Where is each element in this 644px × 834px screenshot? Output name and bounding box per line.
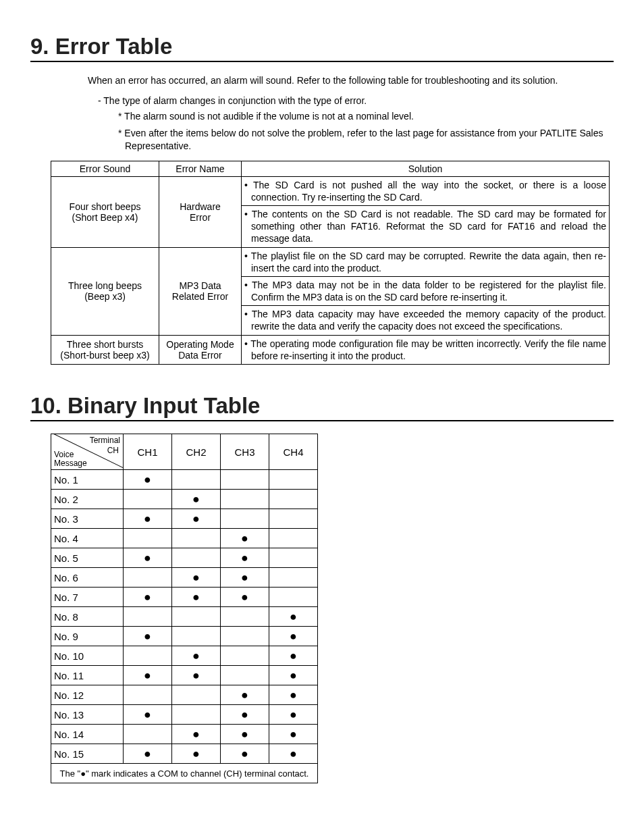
channel-cell: ● <box>221 568 269 588</box>
dot-icon: ● <box>192 727 200 741</box>
solution-item: The playlist file on the SD card may be … <box>242 248 609 276</box>
channel-cell: ● <box>221 529 269 548</box>
table-row: No. 11●●● <box>51 666 318 685</box>
dot-icon: ● <box>144 629 151 643</box>
channel-cell: ● <box>172 666 221 685</box>
channel-cell <box>221 607 269 627</box>
channel-cell: ● <box>124 548 172 568</box>
ch3-header: CH3 <box>221 434 269 470</box>
channel-cell <box>124 685 172 705</box>
channel-cell: ● <box>269 607 318 627</box>
ch4-header: CH4 <box>269 434 318 470</box>
table-row: No. 4● <box>51 529 318 548</box>
error-sound-cell: Four short beeps(Short Beep x4) <box>51 176 159 247</box>
table-row: No. 2● <box>51 490 318 509</box>
channel-cell: ● <box>124 509 172 529</box>
voice-message-label: No. 13 <box>51 705 124 725</box>
channel-cell <box>221 627 269 646</box>
channel-cell <box>269 470 318 490</box>
table-row: No. 9●● <box>51 627 318 646</box>
binary-input-table: Terminal CH Voice Message CH1 CH2 CH3 CH… <box>51 434 318 783</box>
channel-cell: ● <box>221 588 269 607</box>
voice-message-label: No. 14 <box>51 725 124 744</box>
channel-cell <box>172 470 221 490</box>
channel-cell: ● <box>172 744 221 764</box>
solution-cell: The SD Card is not pushed all the way in… <box>242 176 610 247</box>
dot-icon: ● <box>241 688 248 702</box>
channel-cell: ● <box>172 588 221 607</box>
solution-item: The MP3 data may not be in the data fold… <box>242 276 609 305</box>
dot-icon: ● <box>144 747 151 760</box>
voice-message-label: No. 15 <box>51 744 124 764</box>
error-name-cell: MP3 DataRelated Error <box>159 247 242 335</box>
solution-item: The operating mode configuration file ma… <box>242 336 609 364</box>
section-9-intro: When an error has occurred, an alarm wil… <box>88 74 614 87</box>
channel-cell <box>172 627 221 646</box>
channel-cell: ● <box>172 568 221 588</box>
voice-message-label: No. 7 <box>51 588 124 607</box>
table-row: No. 13●●● <box>51 705 318 725</box>
error-sound-cell: Three long beeps(Beep x3) <box>51 247 159 335</box>
table-row: No. 8● <box>51 607 318 627</box>
channel-cell: ● <box>269 705 318 725</box>
voice-message-label: No. 4 <box>51 529 124 548</box>
table-row: Four short beeps(Short Beep x4)HardwareE… <box>51 176 610 247</box>
dot-icon: ● <box>144 669 151 682</box>
dot-icon: ● <box>192 669 200 682</box>
channel-cell: ● <box>124 588 172 607</box>
channel-cell <box>172 685 221 705</box>
channel-cell: ● <box>172 490 221 509</box>
diag-terminal-label: Terminal <box>90 436 120 445</box>
channel-cell: ● <box>124 705 172 725</box>
table-row: No. 10●● <box>51 646 318 666</box>
section-9-note1: - The type of alarm changes in conjuncti… <box>98 95 614 106</box>
channel-cell <box>269 529 318 548</box>
solution-cell: The operating mode configuration file ma… <box>242 335 610 364</box>
dot-icon: ● <box>241 590 248 604</box>
channel-cell: ● <box>269 725 318 744</box>
dot-icon: ● <box>192 649 200 662</box>
channel-cell <box>221 666 269 685</box>
header-error-name: Error Name <box>159 161 242 176</box>
section-9-note2: * The alarm sound is not audible if the … <box>118 110 614 123</box>
channel-cell <box>269 588 318 607</box>
diag-voice-label: Voice <box>54 450 74 459</box>
channel-cell: ● <box>221 685 269 705</box>
dot-icon: ● <box>290 708 297 721</box>
channel-cell <box>221 490 269 509</box>
channel-cell: ● <box>269 666 318 685</box>
dot-icon: ● <box>290 669 297 682</box>
dot-icon: ● <box>192 512 200 525</box>
channel-cell <box>124 646 172 666</box>
table-row: No. 6●● <box>51 568 318 588</box>
error-sound-cell: Three short bursts(Short-burst beep x3) <box>51 335 159 364</box>
table-row: Three long beeps(Beep x3)MP3 DataRelated… <box>51 247 610 335</box>
channel-cell <box>221 509 269 529</box>
channel-cell: ● <box>269 744 318 764</box>
channel-cell <box>221 470 269 490</box>
dot-icon: ● <box>290 610 297 623</box>
dot-icon: ● <box>241 708 248 721</box>
binary-table-footnote: The "●" mark indicates a COM to channel … <box>51 764 318 783</box>
dot-icon: ● <box>192 747 200 760</box>
table-row: No. 1● <box>51 470 318 490</box>
channel-cell <box>124 490 172 509</box>
table-header-row: Terminal CH Voice Message CH1 CH2 CH3 CH… <box>51 434 318 470</box>
channel-cell: ● <box>269 685 318 705</box>
voice-message-label: No. 10 <box>51 646 124 666</box>
voice-message-label: No. 1 <box>51 470 124 490</box>
error-name-cell: Operating ModeData Error <box>159 335 242 364</box>
dot-icon: ● <box>144 708 151 721</box>
channel-cell: ● <box>221 725 269 744</box>
table-row: No. 14●●● <box>51 725 318 744</box>
channel-cell: ● <box>124 744 172 764</box>
dot-icon: ● <box>241 571 248 584</box>
table-row: Three short bursts(Short-burst beep x3)O… <box>51 335 610 364</box>
dot-icon: ● <box>241 747 248 760</box>
dot-icon: ● <box>290 649 297 662</box>
dot-icon: ● <box>192 590 200 604</box>
channel-cell: ● <box>172 646 221 666</box>
table-row: No. 5●● <box>51 548 318 568</box>
channel-cell: ● <box>172 725 221 744</box>
channel-cell <box>172 607 221 627</box>
